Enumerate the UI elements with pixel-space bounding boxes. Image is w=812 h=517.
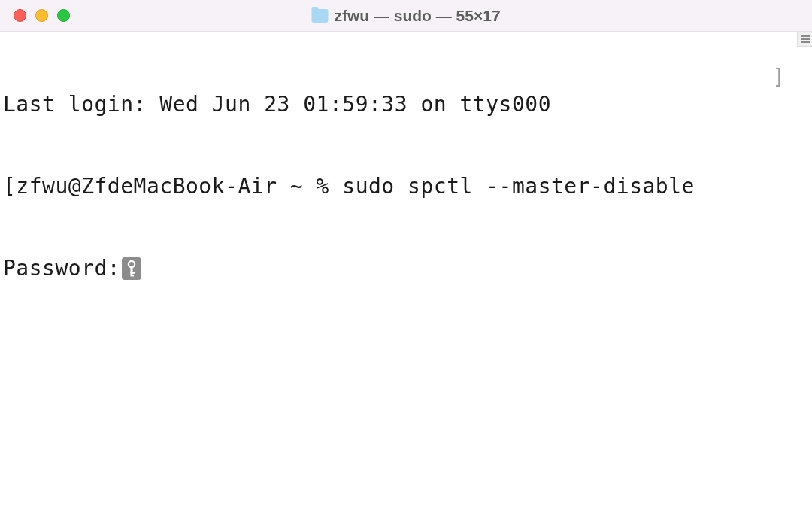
svg-point-0	[129, 261, 135, 267]
minimize-button[interactable]	[35, 9, 48, 22]
svg-rect-3	[131, 275, 135, 277]
maximize-button[interactable]	[57, 9, 70, 22]
last-login-line: Last login: Wed Jun 23 01:59:33 on ttys0…	[3, 91, 809, 118]
window-titlebar: zfwu — sudo — 55×17	[0, 0, 812, 32]
folder-icon	[311, 9, 328, 23]
window-title-text: zfwu — sudo — 55×17	[334, 7, 500, 25]
scroll-indicator-icon[interactable]	[797, 32, 812, 47]
window-title: zfwu — sudo — 55×17	[311, 7, 500, 25]
traffic-lights	[0, 9, 70, 22]
password-line: Password:	[3, 255, 809, 282]
terminal-content: Last login: Wed Jun 23 01:59:33 on ttys0…	[0, 32, 812, 342]
right-bracket: ]	[772, 65, 785, 90]
svg-rect-1	[131, 266, 133, 275]
svg-rect-2	[131, 272, 135, 274]
key-icon	[122, 257, 141, 280]
password-label: Password:	[3, 255, 120, 282]
prompt-line: [zfwu@ZfdeMacBook-Air ~ % sudo spctl --m…	[3, 173, 809, 200]
close-button[interactable]	[14, 9, 26, 22]
terminal-area[interactable]: Last login: Wed Jun 23 01:59:33 on ttys0…	[0, 32, 812, 517]
